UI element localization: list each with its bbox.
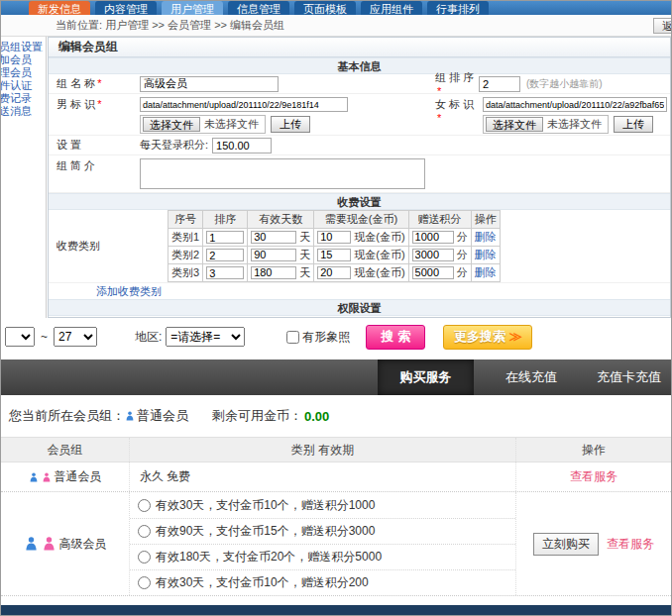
nav-tab-0[interactable]: 新发信息 bbox=[29, 1, 90, 15]
add-fee-row: 添加收费类别 bbox=[49, 283, 670, 299]
fee-table-header-row: 序号 排序 有效天数 需要现金(金币) 赠送积分 操作 bbox=[168, 211, 501, 229]
sidebar-item-group-settings[interactable]: 会员组设置 bbox=[1, 41, 46, 53]
search-button[interactable]: 搜 索 bbox=[366, 325, 425, 350]
package-radio-2[interactable] bbox=[138, 525, 151, 538]
nav-tab-5[interactable]: 应用组件 bbox=[361, 1, 422, 15]
fee-row-3-days-input[interactable] bbox=[251, 266, 296, 279]
region-label: 地区: bbox=[135, 329, 162, 346]
unit-point: 分 bbox=[457, 266, 468, 278]
group-order-label-text: 组 排 序 bbox=[435, 71, 474, 83]
group-name-premium: 高级会员 bbox=[59, 536, 107, 553]
add-fee-category-link[interactable]: 添加收费类别 bbox=[96, 284, 162, 299]
nav-tab-user-management[interactable]: 用户管理 bbox=[162, 1, 223, 15]
fee-row-2-points-input[interactable] bbox=[412, 249, 454, 261]
settings-label-text: 设 置 bbox=[56, 139, 81, 151]
current-group-name: 普通会员 bbox=[137, 407, 188, 425]
male-upload-button[interactable]: 上传 bbox=[271, 116, 310, 133]
fee-row-3-cash-input[interactable] bbox=[317, 266, 351, 279]
fee-row-1-points-input[interactable] bbox=[412, 231, 454, 244]
panel-title: 编辑会员组 bbox=[49, 38, 670, 57]
age-to-select[interactable]: 27 bbox=[54, 327, 97, 347]
sidebar-item-mail-verify[interactable]: 邮件认证 bbox=[1, 79, 46, 92]
nav-tab-3[interactable]: 信息管理 bbox=[228, 1, 289, 15]
has-photo-checkbox[interactable] bbox=[286, 331, 299, 344]
required-mark: * bbox=[437, 112, 441, 124]
fee-row-2-order-input[interactable] bbox=[206, 249, 244, 261]
buy-now-button[interactable]: 立刻购买 bbox=[533, 533, 599, 556]
sidebar-item-consume-log[interactable]: 消费记录 bbox=[1, 92, 46, 105]
tab-online-recharge[interactable]: 在线充值 bbox=[498, 359, 565, 395]
required-mark: * bbox=[97, 98, 101, 110]
fee-category-row: 收费类别 序号 排序 有效天数 需要现金(金币) 赠送积分 操作 类别1 天 现… bbox=[49, 210, 670, 283]
member-male-icon bbox=[125, 410, 135, 422]
nav-tab-6[interactable]: 行事排列 bbox=[427, 1, 489, 15]
package-option-4: 有效30天，支付金币10个，赠送积分200 bbox=[130, 569, 515, 595]
sidebar-item-manage-member[interactable]: 管理会员 bbox=[1, 66, 46, 79]
fee-row-3-delete-link[interactable]: 删除 bbox=[475, 266, 497, 278]
more-search-button[interactable]: 更多搜索 ≫ bbox=[443, 325, 532, 350]
fee-row-2: 类别2 天 现金(金币) 分 删除 bbox=[168, 247, 501, 264]
male-file-status: 未选择文件 bbox=[204, 117, 263, 132]
settings-row: 设 置 每天登录积分: bbox=[49, 136, 670, 155]
male-badge-path-input[interactable] bbox=[140, 97, 348, 112]
female-badge-path-input[interactable] bbox=[483, 97, 667, 112]
region-select[interactable]: =请选择= bbox=[166, 327, 245, 347]
fee-row-1-order-input[interactable] bbox=[206, 231, 244, 244]
male-choose-file-button[interactable]: 选择文件 bbox=[143, 117, 200, 132]
required-mark: * bbox=[437, 85, 441, 97]
female-badge-label-text: 女 标 识 bbox=[435, 98, 474, 110]
member-female-icon bbox=[42, 471, 52, 483]
fee-row-3-order-input[interactable] bbox=[206, 266, 244, 279]
member-male-icon bbox=[24, 535, 39, 553]
female-badge-file-input[interactable]: 选择文件 未选择文件 bbox=[483, 115, 609, 134]
view-service-link-premium[interactable]: 查看服务 bbox=[607, 536, 654, 553]
fee-row-2-days-input[interactable] bbox=[251, 249, 296, 261]
group-intro-textarea[interactable] bbox=[140, 158, 425, 189]
fee-header-action: 操作 bbox=[471, 211, 500, 229]
female-upload-button[interactable]: 上传 bbox=[614, 116, 653, 133]
fee-row-3-points-input[interactable] bbox=[412, 266, 454, 279]
daily-points-input[interactable] bbox=[212, 138, 272, 154]
badge-row: 男 标 识* 选择文件 未选择文件 上传 女 标 识* bbox=[49, 94, 670, 136]
group-name-row: 组 名 称* 组 排 序* (数字越小越靠前) bbox=[49, 74, 670, 94]
group-order-input[interactable] bbox=[479, 76, 520, 92]
header-category-validity: 类别 有效期 bbox=[130, 438, 516, 462]
package-option-3-label: 有效180天，支付金币20个，赠送积分5000 bbox=[156, 549, 382, 565]
nav-tab-4[interactable]: 页面模板 bbox=[294, 1, 356, 15]
package-radio-4[interactable] bbox=[138, 576, 151, 589]
sidebar-item-add-member[interactable]: 添加会员 bbox=[1, 53, 46, 66]
daily-points-label: 每天登录积分: bbox=[140, 138, 208, 153]
unit-day: 天 bbox=[299, 249, 310, 260]
current-group-label: 您当前所在会员组： bbox=[9, 407, 125, 425]
back-button[interactable]: 返回 bbox=[653, 18, 672, 34]
view-service-link-basic[interactable]: 查看服务 bbox=[570, 468, 617, 485]
package-radio-1[interactable] bbox=[138, 499, 151, 512]
female-choose-file-button[interactable]: 选择文件 bbox=[486, 117, 543, 132]
footer-bar bbox=[1, 605, 671, 616]
fee-row-2-delete-link[interactable]: 删除 bbox=[475, 249, 497, 260]
screen: 新发信息 内容管理 用户管理 信息管理 页面模板 应用组件 行事排列 当前位置:… bbox=[0, 0, 672, 616]
chevron-right-icon: ≫ bbox=[509, 329, 522, 344]
fee-row-1-delete-link[interactable]: 删除 bbox=[475, 231, 497, 243]
package-radio-3[interactable] bbox=[138, 551, 151, 564]
breadcrumb-label: 当前位置: bbox=[56, 19, 102, 31]
male-badge-file-input[interactable]: 选择文件 未选择文件 bbox=[140, 115, 266, 134]
tab-buy-service[interactable]: 购买服务 bbox=[378, 359, 474, 395]
fee-row-1-cash-input[interactable] bbox=[317, 231, 351, 244]
fee-header-cash: 需要现金(金币) bbox=[314, 211, 408, 229]
nav-tab-1[interactable]: 内容管理 bbox=[95, 1, 157, 15]
tab-card-recharge[interactable]: 充值卡充值 bbox=[589, 359, 669, 395]
fee-row-2-cash-input[interactable] bbox=[317, 249, 351, 261]
section-basic-info: 基本信息 bbox=[49, 57, 670, 74]
sidebar-item-send-message[interactable]: 发送消息 bbox=[1, 105, 46, 118]
female-file-status: 未选择文件 bbox=[547, 117, 606, 132]
group-name-input[interactable] bbox=[140, 76, 279, 92]
unit-cash: 现金(金币) bbox=[354, 231, 404, 243]
group-name-basic: 普通会员 bbox=[55, 468, 102, 485]
group-name-label: 组 名 称* bbox=[49, 76, 134, 91]
fee-row-1-days-input[interactable] bbox=[251, 231, 296, 244]
unit-day: 天 bbox=[299, 266, 310, 278]
age-from-select[interactable] bbox=[5, 327, 35, 347]
range-separator: ~ bbox=[41, 330, 48, 344]
fee-row-1-name: 类别1 bbox=[168, 229, 203, 247]
